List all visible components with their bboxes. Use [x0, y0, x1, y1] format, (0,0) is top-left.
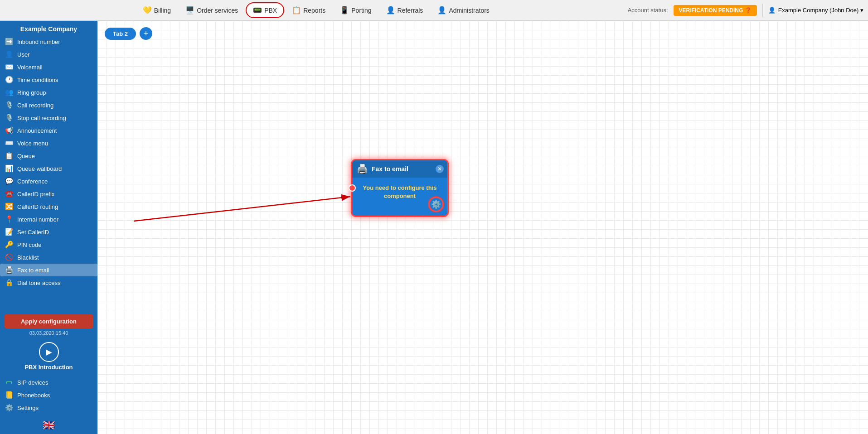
nav-billing-label: Billing: [154, 7, 171, 14]
fax-card-message: You need to configure this component: [363, 184, 437, 199]
sidebar-item-blacklist[interactable]: 🚫 Blacklist: [0, 251, 97, 264]
sidebar-item-fax-to-email[interactable]: 🖨️ Fax to email: [0, 264, 97, 276]
sidebar-item-voicemail[interactable]: ✉️ Voicemail: [0, 61, 97, 73]
sidebar-label-sip-devices: SIP devices: [17, 379, 48, 386]
sidebar-label-settings: Settings: [17, 405, 39, 411]
fax-card-close-button[interactable]: ✕: [436, 165, 444, 173]
canvas-area: Tab 2 + 🖨️ Fax to email ✕ You need to co…: [97, 21, 868, 434]
user-label: Example Company (John Doe) ▾: [778, 7, 863, 14]
tab2-button[interactable]: Tab 2: [105, 28, 136, 40]
sidebar-label-queue: Queue: [17, 153, 35, 159]
user-avatar-icon: 👤: [768, 7, 776, 14]
add-tab-button[interactable]: +: [140, 27, 152, 40]
sidebar-label-inbound-number: Inbound number: [17, 39, 60, 45]
main-layout: Example Company ➡️ Inbound number 👤 User…: [0, 21, 868, 434]
sidebar-label-announcement: Announcement: [17, 127, 57, 134]
sidebar-label-pin-code: PIN code: [17, 241, 41, 248]
sidebar-item-settings[interactable]: ⚙️ Settings: [0, 401, 97, 414]
sidebar-item-conference[interactable]: 💬 Conference: [0, 175, 97, 188]
apply-configuration-button[interactable]: Apply configuration: [5, 314, 93, 328]
sidebar-item-inbound-number[interactable]: ➡️ Inbound number: [0, 35, 97, 48]
nav-pbx[interactable]: 📟 PBX: [246, 2, 284, 18]
arrow-svg: [97, 21, 868, 434]
fax-to-email-icon: 🖨️: [5, 266, 14, 274]
sidebar-item-queue[interactable]: 📋 Queue: [0, 149, 97, 162]
voicemail-icon: ✉️: [5, 63, 14, 71]
nav-referrals[interactable]: 👤 Referrals: [379, 3, 430, 18]
sidebar-item-sip-devices[interactable]: ▭ SIP devices: [0, 376, 97, 389]
reports-icon: 📋: [292, 6, 301, 14]
sidebar-item-voice-menu[interactable]: ⌨️ Voice menu: [0, 137, 97, 149]
nav-order-services[interactable]: 🖥️ Order services: [179, 3, 245, 18]
nav-reports-label: Reports: [303, 7, 325, 14]
nav-porting[interactable]: 📱 Porting: [333, 3, 378, 18]
sidebar-label-time-conditions: Time conditions: [17, 77, 58, 83]
pin-code-icon: 🔑: [5, 241, 14, 249]
sidebar-company-name: Example Company: [0, 21, 97, 35]
sidebar-item-internal-number[interactable]: 📍 Internal number: [0, 213, 97, 226]
porting-icon: 📱: [340, 6, 349, 14]
callerid-prefix-icon: ☎️: [5, 190, 14, 198]
sidebar-item-ring-group[interactable]: 👥 Ring group: [0, 86, 97, 99]
sidebar-item-announcement[interactable]: 📢 Announcement: [0, 124, 97, 137]
pbx-intro-label: PBX Introduction: [24, 364, 73, 371]
sidebar-item-stop-call-recording[interactable]: 🎙️ Stop call recording: [0, 111, 97, 124]
nav-administrators-label: Administrators: [449, 7, 489, 14]
nav-items: 💛 Billing 🖥️ Order services 📟 PBX 📋 Repo…: [5, 2, 628, 18]
stop-call-recording-icon: 🎙️: [5, 114, 14, 122]
nav-porting-label: Porting: [351, 7, 371, 14]
fax-to-email-card: 🖨️ Fax to email ✕ You need to configure …: [352, 160, 447, 216]
sidebar-item-callerid-routing[interactable]: 🔀 CallerID routing: [0, 200, 97, 213]
inbound-number-icon: ➡️: [5, 38, 14, 46]
sidebar-item-pin-code[interactable]: 🔑 PIN code: [0, 238, 97, 251]
queue-icon: 📋: [5, 152, 14, 160]
sidebar-item-callerid-prefix[interactable]: ☎️ CallerID prefix: [0, 188, 97, 200]
fax-card-body: You need to configure this component ⚙️: [352, 178, 447, 205]
flag-section: 🇬🇧: [0, 416, 97, 434]
account-status-label: Account status:: [628, 7, 668, 14]
sidebar-label-dial-tone-access: Dial tone access: [17, 280, 60, 286]
sidebar-item-dial-tone-access[interactable]: 🔒 Dial tone access: [0, 276, 97, 289]
sidebar-label-callerid-routing: CallerID routing: [17, 203, 58, 210]
user-icon: 👤: [5, 50, 14, 58]
sidebar-label-blacklist: Blacklist: [17, 254, 39, 261]
sidebar-item-phonebooks[interactable]: 📒 Phonebooks: [0, 389, 97, 401]
queue-wallboard-icon: 📊: [5, 164, 14, 173]
sidebar-label-user: User: [17, 51, 29, 58]
sidebar-item-call-recording[interactable]: 🎙️ Call recording: [0, 99, 97, 111]
dial-tone-access-icon: 🔒: [5, 279, 14, 287]
verification-pending-button[interactable]: VERIFICATION PENDING ❓: [674, 5, 757, 16]
uk-flag-icon[interactable]: 🇬🇧: [43, 420, 55, 431]
sidebar: Example Company ➡️ Inbound number 👤 User…: [0, 21, 97, 434]
sidebar-label-conference: Conference: [17, 178, 48, 185]
sidebar-label-stop-call-recording: Stop call recording: [17, 115, 66, 121]
sidebar-label-callerid-prefix: CallerID prefix: [17, 191, 54, 198]
blacklist-icon: 🚫: [5, 253, 14, 261]
sidebar-label-voicemail: Voicemail: [17, 64, 43, 71]
sidebar-item-time-conditions[interactable]: 🕐 Time conditions: [0, 73, 97, 86]
nav-administrators[interactable]: 👤 Administrators: [431, 3, 496, 18]
ring-group-icon: 👥: [5, 88, 14, 96]
sidebar-label-phonebooks: Phonebooks: [17, 392, 50, 399]
internal-number-icon: 📍: [5, 215, 14, 223]
svg-line-1: [134, 197, 350, 221]
sidebar-label-ring-group: Ring group: [17, 89, 46, 96]
phonebooks-icon: 📒: [5, 391, 14, 399]
nav-billing[interactable]: 💛 Billing: [136, 3, 178, 18]
pbx-intro-section: ▶ PBX Introduction: [0, 338, 97, 374]
nav-pbx-label: PBX: [264, 7, 277, 14]
sidebar-label-call-recording: Call recording: [17, 102, 53, 109]
user-info[interactable]: 👤 Example Company (John Doe) ▾: [768, 7, 863, 14]
settings-icon: ⚙️: [5, 404, 14, 412]
sidebar-item-queue-wallboard[interactable]: 📊 Queue wallboard: [0, 162, 97, 175]
voice-menu-icon: ⌨️: [5, 139, 14, 147]
nav-reports[interactable]: 📋 Reports: [285, 3, 332, 18]
callerid-routing-icon: 🔀: [5, 203, 14, 211]
top-right: Account status: VERIFICATION PENDING ❓ 👤…: [628, 4, 863, 17]
pbx-intro-play-button[interactable]: ▶: [39, 342, 59, 362]
sidebar-item-set-callerid[interactable]: 📝 Set CallerID: [0, 226, 97, 238]
fax-card-header: 🖨️ Fax to email ✕: [352, 160, 447, 178]
sidebar-label-internal-number: Internal number: [17, 216, 58, 223]
sidebar-item-user[interactable]: 👤 User: [0, 48, 97, 61]
fax-card-title: Fax to email: [372, 165, 408, 173]
